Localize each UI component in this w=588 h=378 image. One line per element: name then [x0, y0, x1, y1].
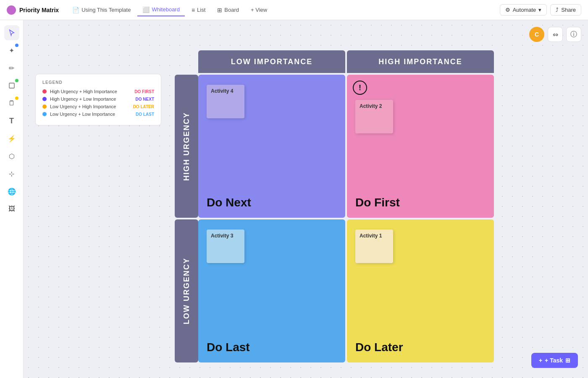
user-avatar: C [529, 27, 544, 42]
legend-text-last: Low Urgency + Low Importance [50, 112, 132, 117]
matrix-cells: Activity 4 Do Next ! Activity 2 Do First… [198, 75, 494, 362]
topnav: Priority Matrix 📄 Using This Template ⬜ … [0, 0, 588, 20]
col-headers: LOW IMPORTANCE HIGH IMPORTANCE [198, 50, 494, 73]
svg-rect-0 [9, 83, 14, 88]
sidebar-item-image[interactable]: 🖼 [4, 201, 19, 216]
tab-list[interactable]: ≡ List [186, 4, 210, 16]
sticky-activity1[interactable]: Activity 1 [355, 229, 393, 263]
sticky-activity3[interactable]: Activity 3 [207, 229, 244, 263]
fit-icon: ⇔ [553, 31, 558, 39]
legend-row-later: Low Urgency + High Importance DO LATER [42, 104, 154, 109]
legend-badge-first: DO FIRST [134, 89, 154, 94]
cell-do-next[interactable]: Activity 4 Do Next [198, 75, 345, 218]
top-right-controls: C ⇔ ⓘ [529, 27, 581, 42]
sidebar-item-note[interactable]: 🗒 [4, 96, 19, 111]
dot-indicator [15, 44, 18, 47]
legend-dot-first [42, 89, 47, 94]
info-icon: ⓘ [570, 30, 577, 39]
cell-label-do-last: Do Last [207, 341, 250, 354]
fit-view-button[interactable]: ⇔ [548, 27, 563, 42]
sidebar-item-ai[interactable]: ⊹ [4, 166, 19, 181]
tab-whiteboard[interactable]: ⬜ Whiteboard [137, 4, 184, 16]
note-icon: 🗒 [8, 99, 15, 107]
board-icon: ⊞ [217, 7, 222, 13]
legend-text-first: High Urgency + High Importance [50, 89, 131, 94]
sidebar-item-pen[interactable]: ✏ [4, 60, 19, 76]
row-label-low: LOW URGENCY [175, 219, 198, 362]
main-canvas[interactable]: C ⇔ ⓘ LEGEND High Urgency + High Importa… [24, 20, 588, 378]
legend-text-next: High Urgency + Low Importance [50, 96, 132, 102]
legend-badge-later: DO LATER [133, 104, 154, 109]
row-labels: HIGH URGENCY LOW URGENCY [175, 75, 198, 362]
app-title: Priority Matrix [19, 7, 59, 13]
cell-label-do-later: Do Later [355, 341, 403, 354]
row-label-high: HIGH URGENCY [175, 75, 198, 218]
ai-icon: ⊹ [9, 170, 14, 178]
matrix-body: HIGH URGENCY LOW URGENCY Activity 4 Do N… [175, 75, 494, 362]
sticky-activity4[interactable]: Activity 4 [207, 85, 244, 118]
sidebar-item-text[interactable]: T [4, 113, 19, 128]
legend-text-later: Low Urgency + High Importance [50, 104, 130, 109]
cell-do-later[interactable]: Activity 1 Do Later [347, 219, 494, 362]
chevron-down-icon: ▾ [538, 7, 541, 13]
tab-using-template[interactable]: 📄 Using This Template [67, 4, 136, 16]
sidebar-item-shapes[interactable] [4, 78, 19, 93]
tab-board[interactable]: ⊞ Board [212, 4, 244, 16]
sticky-activity2[interactable]: Activity 2 [355, 100, 393, 133]
text-icon: T [9, 117, 14, 125]
globe-icon: 🌐 [8, 188, 16, 196]
legend-title: LEGEND [42, 80, 154, 85]
nav-right: ⚙ Automate ▾ ⤴ Share [500, 4, 581, 16]
col-header-high: HIGH IMPORTANCE [347, 50, 494, 73]
pen-icon: ✏ [9, 64, 14, 72]
legend-row-last: Low Urgency + Low Importance DO LAST [42, 112, 154, 117]
app-logo [7, 5, 16, 15]
dot-indicator-green [15, 79, 18, 82]
sidebar-item-cursor[interactable] [4, 25, 19, 40]
cell-do-last[interactable]: Activity 3 Do Last [198, 219, 345, 362]
exclamation-icon: ! [353, 81, 367, 95]
legend-badge-last: DO LAST [136, 112, 154, 117]
cell-label-do-first: Do First [355, 196, 400, 209]
automate-icon: ⚙ [505, 7, 510, 13]
share-button[interactable]: ⤴ Share [550, 4, 581, 16]
legend-badge-next: DO NEXT [136, 97, 154, 102]
tab-view[interactable]: + View [246, 4, 272, 16]
legend-dot-last [42, 112, 47, 116]
legend-row-next: High Urgency + Low Importance DO NEXT [42, 96, 154, 102]
legend-box: LEGEND High Urgency + High Importance DO… [35, 74, 161, 125]
automate-button[interactable]: ⚙ Automate ▾ [500, 4, 547, 16]
connect-icon: ⬡ [9, 152, 15, 160]
doc-icon: 📄 [72, 7, 79, 13]
draw-icon: ⚡ [8, 135, 16, 143]
sidebar: ✦ ✏ 🗒 T ⚡ ⬡ ⊹ 🌐 🖼 [0, 20, 24, 378]
legend-row-first: High Urgency + High Importance DO FIRST [42, 89, 154, 94]
priority-matrix: LOW IMPORTANCE HIGH IMPORTANCE HIGH URGE… [175, 50, 494, 361]
whiteboard-icon: ⬜ [142, 6, 150, 13]
list-icon: ≡ [192, 7, 195, 13]
cell-do-first[interactable]: ! Activity 2 Do First [347, 75, 494, 218]
legend-dot-next [42, 97, 47, 101]
plus-icon: + [539, 357, 542, 364]
cell-label-do-next: Do Next [207, 196, 251, 209]
image-icon: 🖼 [8, 205, 15, 213]
dot-indicator-yellow [15, 96, 18, 100]
sidebar-item-magic[interactable]: ✦ [4, 43, 19, 58]
grid-icon: ⊞ [565, 357, 570, 364]
sidebar-item-draw[interactable]: ⚡ [4, 131, 19, 146]
sidebar-item-connect[interactable]: ⬡ [4, 149, 19, 164]
sidebar-item-globe[interactable]: 🌐 [4, 184, 19, 199]
magic-icon: ✦ [9, 47, 14, 55]
legend-dot-later [42, 104, 47, 109]
add-task-button[interactable]: + + Task ⊞ [531, 353, 578, 368]
share-icon: ⤴ [556, 7, 559, 13]
col-header-low: LOW IMPORTANCE [198, 50, 345, 73]
info-button[interactable]: ⓘ [566, 27, 581, 42]
